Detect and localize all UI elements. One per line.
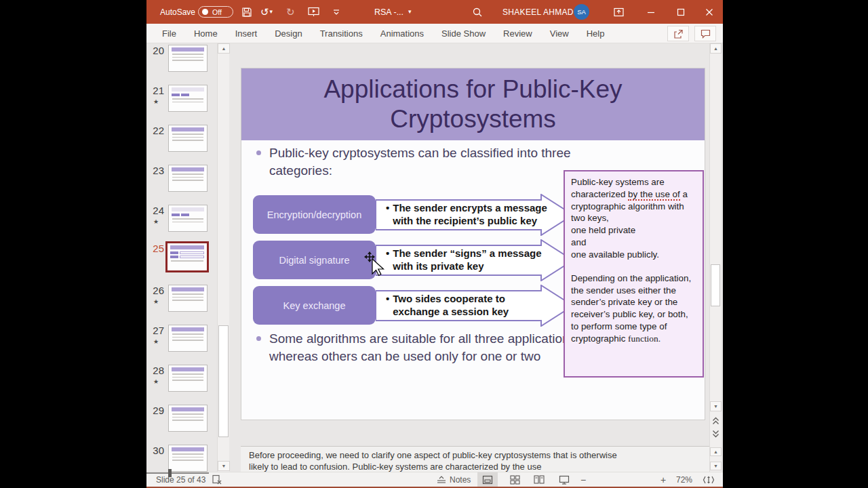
slide-thumbnail-22[interactable]: 22	[146, 123, 217, 162]
reading-view-button[interactable]	[529, 472, 549, 487]
fit-slide-to-window-button[interactable]	[703, 472, 715, 487]
close-icon	[705, 8, 713, 16]
tab-home[interactable]: Home	[185, 24, 226, 43]
bullet-icon: •	[386, 202, 389, 228]
notes-icon	[437, 476, 446, 484]
zoom-in-button[interactable]: +	[660, 472, 666, 487]
thumbnail-scroll-down-button[interactable]: ▼	[218, 461, 230, 471]
slide-thumbnail-30[interactable]: 30	[146, 443, 217, 472]
status-bar: Slide 25 of 43 Notes	[146, 472, 723, 488]
slide-thumbnail-20[interactable]: 20	[146, 43, 217, 82]
autosave-toggle[interactable]: Off	[198, 0, 233, 24]
close-button[interactable]	[696, 0, 723, 24]
slide-thumbnail-23[interactable]: 23	[146, 163, 217, 202]
undo-button[interactable]: ↺ ▾	[260, 0, 273, 24]
tab-slide-show[interactable]: Slide Show	[433, 24, 494, 43]
minimize-icon	[647, 8, 655, 16]
notes-toggle-button[interactable]: Notes	[437, 472, 471, 487]
undo-icon: ↺	[260, 7, 269, 17]
tab-insert[interactable]: Insert	[226, 24, 267, 43]
side-textbox[interactable]: Public-key systems are characterized by …	[564, 170, 704, 378]
comments-button[interactable]	[694, 26, 716, 41]
next-slide-button[interactable]	[710, 428, 722, 439]
body-bullet-1[interactable]: Public-key cryptosystems can be classifi…	[256, 144, 612, 180]
search-button[interactable]	[472, 0, 483, 24]
slide-thumbnail-28[interactable]: 28 ★	[146, 363, 217, 402]
slide-indicator[interactable]: Slide 25 of 43	[156, 472, 205, 487]
scroll-down-icon: ▼	[713, 464, 718, 468]
ribbon-display-options-icon	[614, 7, 624, 17]
slide-sorter-view-button[interactable]	[505, 472, 525, 487]
user-name[interactable]: SHAKEEL AHMAD	[502, 0, 574, 24]
category-box[interactable]: Digital signature	[253, 241, 376, 279]
scroll-up-icon: ▲	[713, 46, 718, 51]
start-slideshow-button[interactable]	[308, 0, 319, 24]
reading-view-icon	[534, 475, 545, 484]
slide-thumbnail-26[interactable]: 26 ★	[146, 283, 217, 322]
tab-animations[interactable]: Animations	[372, 24, 433, 43]
thumbnail-scrollbar[interactable]: ▲ ▼	[217, 43, 229, 472]
ribbon-display-options-button[interactable]	[605, 0, 632, 24]
category-row-signature[interactable]: Digital signature • The sender “signs” a…	[253, 239, 578, 281]
slideshow-view-button[interactable]	[554, 472, 574, 487]
slide-title-placeholder[interactable]: Applications for Public-Key Cryptosystem…	[241, 68, 705, 140]
mouse-move-cursor	[363, 251, 388, 278]
spell-check-icon	[212, 474, 222, 485]
customize-quick-access-toolbar-button[interactable]	[327, 0, 346, 24]
category-row-key-exchange[interactable]: Key exchange • Two sides cooperate to ex…	[253, 285, 578, 327]
slide-thumbnail-21[interactable]: 21 ★	[146, 83, 217, 122]
notes-scroll-up-button[interactable]: ▲	[710, 447, 722, 456]
tab-transitions[interactable]: Transitions	[311, 24, 372, 43]
previous-slide-button[interactable]	[710, 415, 722, 426]
save-button[interactable]	[241, 0, 252, 24]
redo-icon: ↻	[286, 7, 295, 17]
slide-scroll-down-button[interactable]: ▼	[710, 401, 722, 411]
slide-scroll-up-button[interactable]: ▲	[710, 43, 722, 54]
sidebox-paragraph-2: Depending on the application, the sender…	[571, 272, 696, 345]
fit-to-window-icon	[703, 475, 715, 485]
undo-caret-icon: ▾	[270, 9, 273, 15]
normal-view-button[interactable]	[477, 472, 498, 487]
notes-scroll-down-button[interactable]: ▼	[710, 462, 722, 470]
body-bullet-2[interactable]: Some algorithms are suitable for all thr…	[256, 330, 612, 365]
slide-scrollbar[interactable]: ▲ ▼ ▲ ▼	[709, 43, 721, 472]
slide-thumbnail-24[interactable]: 24 ★	[146, 203, 217, 242]
zoom-out-button[interactable]: −	[580, 472, 586, 487]
double-chevron-down-icon	[712, 430, 719, 438]
comments-icon	[701, 29, 711, 39]
slide-scrollbar-thumb[interactable]	[711, 264, 720, 306]
zoom-level[interactable]: 72%	[676, 472, 692, 487]
save-icon	[241, 7, 252, 18]
document-title[interactable]: RSA -... ▾	[374, 0, 412, 24]
category-box[interactable]: Key exchange	[253, 286, 376, 325]
thumbnail-scroll-up-button[interactable]: ▲	[218, 43, 230, 54]
minimize-button[interactable]	[637, 0, 665, 24]
animation-star-icon: ★	[153, 378, 159, 385]
notes-label: Notes	[450, 475, 471, 485]
slide-thumbnail-27[interactable]: 27 ★	[146, 323, 217, 362]
category-row-encryption[interactable]: Encryption/decryption • The sender encry…	[253, 194, 578, 236]
tab-review[interactable]: Review	[494, 24, 541, 43]
tab-design[interactable]: Design	[266, 24, 311, 43]
tab-help[interactable]: Help	[578, 24, 614, 43]
thumbnail-scrollbar-thumb[interactable]	[218, 325, 229, 437]
maximize-button[interactable]	[667, 0, 694, 24]
redo-button[interactable]: ↻	[286, 0, 295, 24]
share-button[interactable]	[667, 26, 689, 41]
slide-canvas[interactable]: Applications for Public-Key Cryptosystem…	[241, 68, 705, 420]
double-chevron-up-icon	[712, 417, 719, 425]
ribbon-tab-bar: File Home Insert Design Transitions Anim…	[146, 24, 723, 43]
tab-file[interactable]: File	[153, 24, 185, 43]
slide-thumbnail-25[interactable]: 25	[146, 241, 217, 280]
maximize-icon	[677, 8, 685, 16]
notes-pane[interactable]: Before proceeding, we need to clarify on…	[241, 446, 709, 472]
spell-check-button[interactable]	[212, 472, 222, 487]
avatar[interactable]: SA	[574, 4, 589, 20]
zoom-slider-thumb[interactable]	[168, 469, 172, 477]
autosave-state: Off	[212, 8, 222, 16]
slide-thumbnail-29[interactable]: 29	[146, 403, 217, 442]
tab-view[interactable]: View	[541, 24, 578, 43]
title-bar: AutoSave Off ↺ ▾ ↻	[146, 0, 723, 24]
category-box[interactable]: Encryption/decryption	[253, 195, 376, 234]
category-desc: • The sender “signs” a message with its …	[386, 245, 547, 275]
